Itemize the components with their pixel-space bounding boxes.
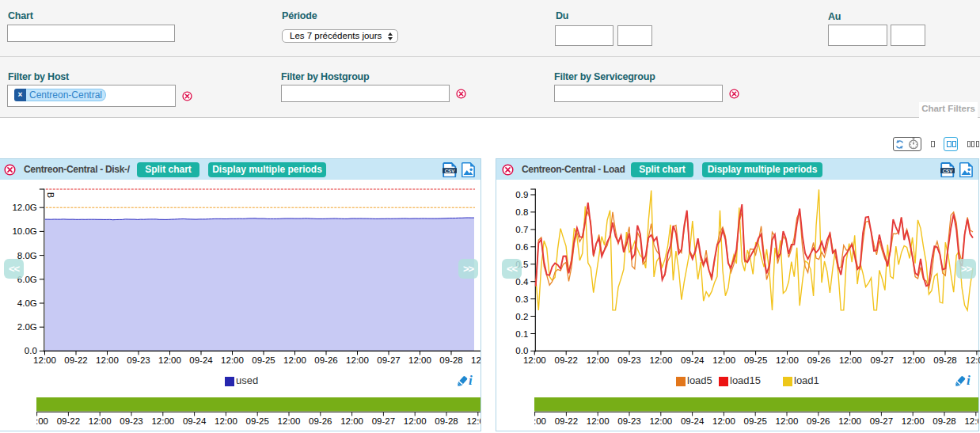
svg-text:12:00: 12:00	[471, 355, 481, 365]
svg-text:09-27: 09-27	[870, 416, 893, 426]
svg-text:0.7: 0.7	[515, 225, 528, 234]
svg-text:0.6: 0.6	[515, 242, 528, 252]
svg-text:12:00: 12:00	[33, 355, 56, 365]
svg-text:12:00: 12:00	[712, 355, 735, 365]
svg-text:09-23: 09-23	[617, 416, 640, 426]
svg-text:09-28: 09-28	[933, 355, 956, 365]
svg-text:12:00: 12:00	[278, 416, 301, 426]
svg-text:12:00: 12:00	[712, 416, 735, 426]
svg-text:0.2: 0.2	[515, 312, 528, 321]
svg-text:12:00: 12:00	[523, 355, 546, 365]
svg-text:09-26: 09-26	[807, 355, 830, 365]
svg-text:09-28: 09-28	[933, 416, 955, 426]
svg-text:12:00: 12:00	[340, 416, 363, 426]
svg-text:09-27: 09-27	[377, 355, 400, 365]
svg-text:12:00: 12:00	[158, 355, 181, 365]
svg-text:12:00: 12:00	[96, 355, 119, 365]
svg-text:09-25: 09-25	[252, 355, 275, 365]
svg-text:12:00: 12:00	[404, 416, 427, 426]
svg-text:0.8: 0.8	[515, 207, 528, 217]
svg-text:09-28: 09-28	[439, 355, 462, 365]
svg-text:09-24: 09-24	[189, 355, 213, 365]
svg-text:B: B	[46, 192, 55, 198]
svg-text:12:00: 12:00	[534, 416, 546, 426]
svg-text:12:00: 12:00	[776, 416, 799, 426]
svg-text:09-26: 09-26	[807, 416, 830, 426]
svg-text:09-24: 09-24	[681, 416, 705, 426]
svg-text:09-25: 09-25	[744, 355, 767, 365]
svg-text:12:00: 12:00	[89, 416, 112, 426]
svg-text:12:00: 12:00	[221, 355, 244, 365]
svg-text:12:00: 12:00	[36, 416, 48, 426]
svg-text:09-23: 09-23	[617, 355, 640, 365]
svg-text:09-27: 09-27	[372, 416, 395, 426]
svg-text:0.9: 0.9	[515, 190, 528, 199]
svg-text:09-24: 09-24	[681, 355, 705, 365]
svg-text:12:00: 12:00	[283, 355, 306, 365]
svg-text:09-23: 09-23	[127, 355, 150, 365]
svg-text:12:00: 12:00	[902, 355, 925, 365]
svg-text:09-25: 09-25	[245, 416, 268, 426]
svg-text:12:00: 12:00	[839, 355, 862, 365]
svg-text:0.1: 0.1	[515, 329, 528, 339]
svg-text:12:00: 12:00	[776, 355, 799, 365]
svg-text:09-22: 09-22	[554, 355, 577, 365]
svg-text:12:00: 12:00	[151, 416, 174, 426]
svg-text:12:00: 12:00	[587, 416, 610, 426]
svg-text:09-22: 09-22	[57, 416, 80, 426]
svg-text:0.0: 0.0	[25, 346, 37, 355]
svg-text:0.3: 0.3	[515, 294, 528, 304]
svg-text:09-28: 09-28	[435, 416, 458, 426]
svg-text:12:00: 12:00	[966, 355, 980, 365]
svg-text:12:00: 12:00	[408, 355, 431, 365]
svg-text:09-27: 09-27	[870, 355, 893, 365]
svg-text:09-25: 09-25	[743, 416, 766, 426]
svg-text:12:00: 12:00	[649, 416, 672, 426]
svg-text:CSV: CSV	[943, 168, 954, 173]
svg-text:12:00: 12:00	[466, 416, 481, 426]
svg-text:12:00: 12:00	[902, 416, 925, 426]
svg-text:09-22: 09-22	[64, 355, 87, 365]
svg-text:12:00: 12:00	[587, 355, 610, 365]
svg-text:CSV: CSV	[445, 168, 456, 173]
svg-text:09-26: 09-26	[309, 416, 332, 426]
svg-text:09-22: 09-22	[555, 416, 578, 426]
svg-text:10.0G: 10.0G	[12, 226, 36, 236]
svg-text:09-26: 09-26	[314, 355, 337, 365]
svg-text:2.0G: 2.0G	[17, 322, 37, 332]
svg-text:12.0G: 12.0G	[12, 203, 36, 212]
svg-text:12:00: 12:00	[650, 355, 673, 365]
svg-text:12:00: 12:00	[215, 416, 237, 426]
svg-text:12:00: 12:00	[964, 416, 978, 426]
svg-text:12:00: 12:00	[838, 416, 861, 426]
svg-text:4.0G: 4.0G	[17, 298, 37, 308]
svg-text:09-24: 09-24	[183, 416, 207, 426]
svg-text:12:00: 12:00	[346, 355, 369, 365]
svg-text:0.0: 0.0	[515, 346, 528, 355]
svg-text:09-23: 09-23	[120, 416, 142, 426]
